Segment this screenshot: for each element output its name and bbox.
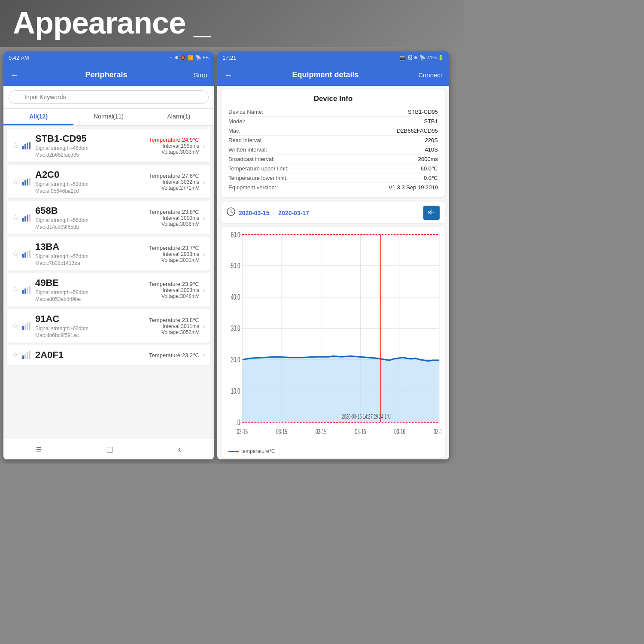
bluetooth-icon: ··· [168,55,172,60]
list-item[interactable]: ☆ 91AC Signal strength:-66dbm Mac:db6bc9… [7,309,210,343]
device-readings-2a0f1: Temperature:23.2℃ [149,352,199,358]
chevron-right-icon: › [203,351,205,360]
list-item[interactable]: ☆ STB1-CD95 Signal strength:-46dbm Mac:d… [7,129,210,162]
svg-text:60.0: 60.0 [231,231,240,239]
signal-strength-icon [22,351,31,359]
chevron-right-icon: › [203,249,205,258]
info-label-read-interval: Read interval: [228,137,263,143]
info-label-temp-lower: Temperature lower limit: [228,175,288,181]
date-to[interactable]: 2020-03-17 [278,210,309,216]
device-interval: Interval:3032ms [149,179,199,185]
signal-icon: 📶 [188,55,194,61]
chevron-right-icon: › [203,322,205,331]
star-icon[interactable]: ☆ [12,249,19,258]
excel-export-button[interactable]: x [423,206,440,220]
device-id: A2C0 [35,169,146,180]
device-interval: Interval:2933ms [149,251,199,257]
svg-text:03-15: 03-15 [316,428,327,435]
device-signal-text: Signal strength:-46dbm [35,145,146,151]
signal-strength-icon [22,250,31,258]
device-id: 2A0F1 [35,349,146,361]
device-temperature: Temperature:23.8℃ [149,317,199,323]
svg-rect-17 [24,289,26,294]
phones-row: 9:42 AM ··· ✱ 🔕 📶 📡 5B ← Peripherals Sto… [0,47,464,464]
info-row-mac: Mac: D2B662FACD95 [228,126,438,136]
signal-strength-icon [22,142,31,149]
chevron-right-icon: › [203,141,205,150]
stop-button[interactable]: Stop [194,71,207,79]
device-interval: Interval:3011ms [149,323,199,329]
svg-rect-7 [29,178,30,185]
star-icon[interactable]: ☆ [12,285,19,295]
star-icon[interactable]: ☆ [12,141,19,150]
device-voltage: Voltage:3048mV [149,293,199,299]
mute-icon: 🔕 [180,55,186,61]
device-mac-text: Mac:ef95646ba2c0 [35,188,146,194]
date-range-bar: 2020-03-15 | 2020-03-17 x [222,202,445,223]
device-temperature: Temperature:24.9℃ [149,137,199,143]
bluetooth-icon-r: ✱ [414,55,418,61]
info-row-device-name: Device Name: STB1-CD95 [228,107,438,117]
info-value-broadcast-interval: 2000ms [418,156,438,162]
svg-rect-9 [24,216,26,222]
device-temperature: Temperature:23.2℃ [149,352,199,358]
svg-marker-59 [242,356,439,422]
info-row-version: Equipment version: V1.3.3 Sep 19 2019 [228,183,438,192]
device-id: STB1-CD95 [35,133,146,144]
star-icon[interactable]: ☆ [12,177,19,186]
date-from[interactable]: 2020-03-15 [239,210,270,216]
device-readings-49be: Temperature:23.9℃ Interval:3003ms Voltag… [149,281,199,299]
chevron-right-icon: › [203,286,205,295]
wifi-icon: 📡 [195,55,201,61]
svg-text:10.0: 10.0 [231,387,240,395]
list-item[interactable]: ☆ 49BE Signal strength:-58dbm Mac:ed053e… [7,273,210,307]
info-label-mac: Mac: [228,128,240,134]
device-id: 49BE [35,277,146,289]
back-nav-icon[interactable]: ‹ [178,444,181,455]
date-separator: | [273,208,275,217]
svg-rect-15 [29,250,30,258]
device-id: 91AC [35,313,146,325]
list-item[interactable]: ☆ A2C0 Signal strength:-53dbm Mac:ef9564… [7,165,210,198]
list-item[interactable]: ☆ 13BA Signal strength:-57dbm Mac:c7b02c… [7,237,210,270]
back-button-right[interactable]: ← [224,70,233,80]
tab-alarm[interactable]: Alarm(1) [144,109,214,125]
connect-button[interactable]: Connect [418,71,442,79]
tab-all[interactable]: All(12) [3,109,73,125]
home-icon[interactable]: □ [107,444,112,455]
star-icon[interactable]: ☆ [12,321,19,331]
time-right: 17:21 [222,55,237,61]
device-readings-a2c0: Temperature:27.6℃ Interval:3032ms Voltag… [149,173,199,191]
list-item[interactable]: ☆ 2A0F1 Temperature:23.2℃ › [7,345,210,365]
signal-strength-icon [22,286,31,294]
info-label-version: Equipment version: [228,184,276,191]
device-mac-text: Mac:ed053ebd49be [35,296,146,302]
device-readings-13ba: Temperature:23.7℃ Interval:2933ms Voltag… [149,245,199,263]
list-item[interactable]: ☆ 658B Signal strength:-56dbm Mac:d14cd0… [7,201,210,234]
device-signal-text: Signal strength:-57dbm [35,253,146,259]
status-bar-right: 17:21 📷 🖼 ✱ 📡 41% 🔋 [217,52,449,64]
battery-icon: 5B [203,55,209,60]
wifi-icon-r: 📡 [419,55,425,61]
svg-rect-6 [27,179,28,185]
nav-bar-right: ← Equipment details Connect [217,64,449,86]
info-value-device-name: STB1-CD95 [408,109,438,115]
device-interval: Interval:3003ms [149,287,199,293]
info-value-mac: D2B662FACD95 [397,128,438,134]
status-icons-left: ··· ✱ 🔕 📶 📡 5B [168,55,209,61]
star-icon[interactable]: ☆ [12,350,19,360]
menu-icon[interactable]: ≡ [36,444,42,455]
back-button-left[interactable]: ← [10,70,19,80]
chart-legend: temperature℃ [225,447,441,454]
device-voltage: Voltage:3038mV [149,221,199,227]
tab-normal[interactable]: Normal(11) [73,109,143,125]
device-signal-text: Signal strength:-66dbm [35,325,146,331]
device-signal-text: Signal strength:-58dbm [35,289,146,295]
svg-rect-10 [27,215,28,222]
device-info-13ba: 13BA Signal strength:-57dbm Mac:c7b02c14… [35,241,146,266]
star-icon[interactable]: ☆ [12,213,19,222]
info-value-read-interval: 220S [425,137,438,143]
svg-rect-18 [27,287,28,294]
chart-area: 60.0 50.0 40.0 30.0 20.0 10.0 .0 [225,231,441,447]
search-input[interactable] [9,90,209,104]
